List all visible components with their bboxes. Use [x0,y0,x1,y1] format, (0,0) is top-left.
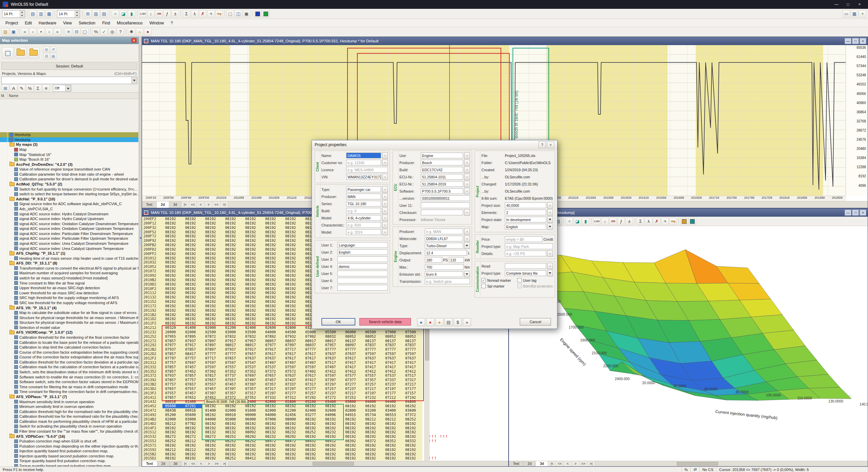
hex-cell[interactable]: 08192 [182,252,202,256]
sigma-icon[interactable]: Σ [637,218,644,225]
hex-row[interactable]: 2013F20755707457073970735707317072970727… [142,391,508,395]
hex-cell[interactable]: 08438 [162,408,182,413]
hex-cell[interactable]: 08000 [282,417,302,421]
hilo-icon[interactable]: ↕ [147,10,155,18]
hex-cell[interactable]: 08192 [382,448,402,452]
hex-cell[interactable]: 00000 [242,413,262,417]
hex-cell[interactable]: 08017 [222,343,242,347]
hex-cell[interactable]: 05000 [302,330,322,334]
hex-cell[interactable]: 06500 [362,330,382,334]
hex-cell[interactable]: 07937 [162,373,182,378]
hex-cell[interactable]: 08192 [242,260,262,264]
hex-cell[interactable]: 08192 [222,278,242,282]
hex-row[interactable]: 2014720843800016014000200001600020000220… [142,408,508,413]
nav-prev-icon[interactable]: ‹ [29,28,37,36]
hex-cell[interactable]: 08137 [402,339,422,343]
hex-cell[interactable]: 08252 [222,456,242,460]
chevron-down-icon[interactable] [464,271,470,277]
hex-cell[interactable]: 07797 [162,356,182,360]
hex-cell[interactable]: 08192 [242,264,262,269]
hex-cell[interactable]: 08192 [202,260,222,264]
hex-cell[interactable]: 08412 [242,456,262,460]
hex-cell[interactable]: 07617 [342,356,362,360]
hex-cell[interactable]: 08192 [202,291,222,295]
hex-cell[interactable]: 08212 [362,417,382,421]
formula-icon[interactable]: ƒ [617,218,625,225]
hex-row[interactable]: 2015D20819208192081920825208412081920819… [142,456,508,460]
view-3d-icon[interactable]: ▦ [45,10,53,18]
hex-cell[interactable]: 08192 [302,426,322,430]
hex-cell[interactable]: 08192 [202,238,222,243]
hex-cell[interactable]: 08192 [402,434,422,439]
hex-cell[interactable]: 08192 [302,417,322,421]
hex-cell[interactable]: 07000 [262,417,282,421]
menu-view[interactable]: View [60,20,75,26]
hex-cell[interactable]: 07317 [302,382,322,387]
hex-cell[interactable]: 08192 [202,439,222,443]
field-input[interactable] [337,285,388,291]
hex-cell[interactable]: 07892 [262,334,282,339]
hex-cell[interactable]: 07992 [302,334,322,339]
hex-cell[interactable]: 08192 [322,434,342,439]
hex-cell[interactable]: 07597 [222,360,242,365]
bars-view-icon[interactable]: ▮ [582,218,589,225]
hex-cell[interactable]: 08192 [282,426,302,430]
hex-cell[interactable]: 08192 [322,404,342,408]
hex-cell[interactable]: 07617 [282,356,302,360]
hex-cell[interactable]: 08192 [262,452,282,456]
field-input[interactable]: e.g. WES-44900 [346,167,388,173]
chevron-down-icon[interactable] [65,85,71,91]
nav-first-button[interactable]: |< [182,461,190,466]
hex-cell[interactable]: 08192 [402,426,422,430]
hex-cell[interactable]: 07857 [182,347,202,352]
hex-cell[interactable]: 08192 [182,304,202,308]
bars-view-icon[interactable]: ▮ [128,10,135,18]
hex-row[interactable]: 2012520795507895078720783207832078920793… [142,334,508,339]
hex-cell[interactable]: 03000 [222,330,242,334]
hex-cell[interactable]: 08192 [282,287,302,291]
hex-cell[interactable]: 08192 [202,443,222,448]
field-input[interactable]: Passenger car [346,186,381,192]
hex-cell[interactable]: 07957 [242,339,262,343]
hex-cell[interactable]: 07637 [282,373,302,378]
field-detail-button[interactable]: › [464,152,470,159]
filter-off-dropdown[interactable]: Off [53,85,71,92]
hex-cell[interactable]: 08192 [202,252,222,256]
hex-cell[interactable]: 02000 [202,326,222,330]
hex-cell[interactable]: 08192 [282,443,302,448]
nav-back-button[interactable]: < [197,461,205,466]
swatch-green-icon[interactable] [262,10,270,18]
compare-icon[interactable]: ⊟ [43,53,50,59]
save-icon[interactable]: ▣ [10,28,17,36]
tree-item[interactable]: Hexdump [0,132,138,137]
hex-cell[interactable]: 08192 [182,430,202,434]
org-icon[interactable]: Org [669,218,677,225]
hex-cell[interactable]: 08192 [322,456,342,460]
hex-cell[interactable]: 08192 [342,448,362,452]
hex-cell[interactable]: 08192 [282,317,302,321]
menu-selection[interactable]: Selection [75,20,99,26]
hex-cell[interactable]: 07457 [202,387,222,391]
checkbox-icon[interactable] [517,284,522,288]
hex-cell[interactable]: 08192 [162,252,182,256]
tab-text[interactable]: Text [509,461,524,466]
surface-view-icon[interactable]: ◪ [120,10,127,18]
tree-item[interactable]: Signal source index for ADC software sig… [0,201,138,206]
field-detail-button[interactable]: › [382,186,388,193]
hex-cell[interactable]: 08192 [202,256,222,260]
field-input[interactable]: e.g. 6 [346,208,381,214]
hex-cell[interactable]: 07637 [262,356,282,360]
tree-item[interactable]: signal ADC source index: Hydro Catalyst … [0,211,138,216]
hex-cell[interactable]: 08192 [262,234,282,238]
hex-cell[interactable]: 07837 [382,343,402,347]
hex-row[interactable]: 2013320785707457075970755707537075370759… [142,365,508,369]
tree-item[interactable]: Switch, sets the deactivation status of … [0,370,138,375]
hex-cell[interactable]: 08192 [222,243,242,247]
hex-cell[interactable]: 08212 [162,421,182,426]
checkbox-icon[interactable] [517,278,522,282]
projects-dropdown[interactable] [1,77,137,84]
hex-cell[interactable]: 04915 [342,413,362,417]
plus-minus-icon[interactable]: ± [626,218,633,225]
tree-folder[interactable]: AFS_VltOffComp: "P_1.0.0" (12) [0,330,138,335]
hex-cell[interactable]: 08037 [282,339,302,343]
